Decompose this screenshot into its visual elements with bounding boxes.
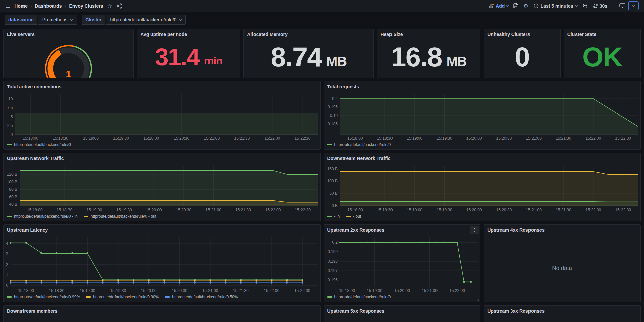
- svg-text:7.5: 7.5: [7, 105, 13, 110]
- panel-title[interactable]: Unhealthy Clusters: [484, 29, 560, 39]
- timeseries-chart[interactable]: 15:18:0015:18:3015:19:0015:19:3015:20:00…: [324, 163, 641, 214]
- stat-unit: min: [204, 55, 222, 66]
- svg-text:15:22:00: 15:22:00: [585, 136, 601, 141]
- timeseries-chart[interactable]: 15:18:0015:18:3015:19:0015:19:3015:20:00…: [4, 235, 320, 294]
- legend-item[interactable]: httproute/default/backend/rule/0 90%: [86, 295, 159, 300]
- legend-item[interactable]: httproute/default/backend/rule/0 99%: [7, 295, 80, 300]
- panel-title[interactable]: Cluster State: [564, 29, 640, 39]
- svg-text:0.196: 0.196: [327, 278, 337, 282]
- cluster-variable: Cluster httproute/default/backend/rule/0: [82, 15, 186, 25]
- panel-upstream-3xx-responses: Upstream 3xx Responses: [484, 305, 641, 322]
- panel-title[interactable]: Allocated Memory: [244, 29, 373, 39]
- panel-title[interactable]: Upstream Network Traffic: [4, 153, 320, 163]
- chart-legend: httproute/default/backend/rule/0: [324, 294, 480, 302]
- legend-series-label: httproute/default/backend/rule/0: [334, 295, 391, 300]
- chart-legend: - in- out: [324, 214, 641, 221]
- datasource-label[interactable]: datasource: [5, 15, 37, 25]
- svg-text:15:19:30: 15:19:30: [110, 288, 126, 293]
- panel-title[interactable]: Heap Size: [377, 29, 480, 39]
- collapse-timepicker-button[interactable]: [628, 1, 639, 10]
- panel-title[interactable]: Downstream Network Traffic: [324, 153, 641, 163]
- top-nav-bar: ☰ Home › Dashboards › Envoy Clusters ☆ A…: [0, 0, 644, 12]
- timeseries-chart[interactable]: 15:18:0015:19:0015:20:0015:21:0015:22:00…: [324, 235, 480, 294]
- legend-item[interactable]: httproute/default/backend/rule/0: [7, 142, 71, 147]
- legend-item[interactable]: httproute/default/backend/rule/0: [327, 295, 391, 300]
- legend-series-label: httproute/default/backend/rule/0: [334, 142, 391, 147]
- svg-text:15:22:00: 15:22:00: [265, 208, 281, 212]
- datasource-select[interactable]: Prometheus: [38, 15, 77, 25]
- svg-text:0.2: 0.2: [332, 240, 338, 245]
- breadcrumb-current[interactable]: Envoy Clusters: [69, 3, 103, 9]
- refresh-button[interactable]: 30s: [593, 3, 611, 9]
- panel-title[interactable]: Upstream 4xx Responses: [484, 225, 640, 235]
- svg-text:0.185: 0.185: [327, 122, 337, 126]
- svg-text:40 B: 40 B: [9, 202, 17, 207]
- svg-text:15:18:30: 15:18:30: [377, 208, 393, 212]
- breadcrumb-dashboards[interactable]: Dashboards: [35, 3, 62, 9]
- panel-upstream-latency: Upstream Latency 15:18:0015:18:3015:19:0…: [3, 224, 321, 302]
- gauge-value: 1: [66, 69, 71, 78]
- legend-item[interactable]: httproute/default/backend/rule/0: [327, 142, 391, 147]
- cluster-select[interactable]: httproute/default/backend/rule/0: [106, 15, 186, 25]
- panel-title[interactable]: Downstream members: [4, 306, 320, 316]
- panel-title[interactable]: Upstream 3xx Responses: [484, 306, 640, 316]
- legend-item[interactable]: httproute/default/backend/rule/0 50%: [165, 295, 238, 300]
- chart-legend: httproute/default/backend/rule/0 99%http…: [4, 294, 320, 302]
- zoom-out-time-icon[interactable]: [583, 3, 588, 9]
- panel-title[interactable]: Upstream 5xx Responses: [324, 306, 480, 316]
- dashboard-settings-gear-icon[interactable]: ⚙: [523, 3, 528, 9]
- timeseries-chart[interactable]: 15:18:0015:18:3015:19:0015:19:3015:20:00…: [4, 91, 320, 142]
- kiosk-mode-icon[interactable]: [617, 2, 627, 10]
- svg-text:15:21:00: 15:21:00: [205, 208, 221, 212]
- legend-series-color: [7, 144, 12, 145]
- svg-text:15:20:30: 15:20:30: [496, 136, 512, 141]
- svg-text:15:18:00: 15:18:00: [22, 136, 38, 141]
- cluster-label[interactable]: Cluster: [82, 15, 105, 25]
- panel-title[interactable]: Total requests: [324, 81, 641, 91]
- timeseries-chart[interactable]: 15:18:0015:18:3015:19:0015:19:3015:20:00…: [4, 163, 320, 214]
- panel-title[interactable]: Upstream Latency: [4, 225, 320, 235]
- save-dashboard-icon[interactable]: [513, 3, 518, 8]
- svg-text:15:18:00: 15:18:00: [27, 208, 43, 212]
- stat-unit: MB: [326, 55, 347, 68]
- breadcrumb-home[interactable]: Home: [14, 3, 28, 9]
- svg-text:60 B: 60 B: [9, 195, 17, 199]
- dashboard-grid: Live servers 1 Avg uptime per node 31.4 …: [0, 27, 644, 322]
- svg-text:15:20:00: 15:20:00: [146, 208, 162, 212]
- svg-text:15:18:00: 15:18:00: [347, 208, 363, 212]
- svg-text:15:20:30: 15:20:30: [174, 136, 189, 141]
- time-range-picker[interactable]: Last 5 minutes: [534, 3, 578, 9]
- panel-title[interactable]: Upstream 2xx Responses: [324, 225, 480, 235]
- svg-text:15:21:00: 15:21:00: [202, 288, 218, 293]
- panel-menu-kebab-icon[interactable]: ⋮: [470, 226, 479, 234]
- stat-unit: MB: [447, 55, 467, 68]
- panel-title[interactable]: Avg uptime per node: [137, 29, 240, 39]
- svg-text:15:22:00: 15:22:00: [264, 288, 280, 293]
- panel-resize-handle[interactable]: [477, 298, 479, 301]
- timeseries-chart[interactable]: 15:18:0015:18:3015:19:0015:19:3015:20:00…: [324, 91, 641, 142]
- svg-text:4: 4: [6, 241, 8, 246]
- favorite-star-icon[interactable]: ☆: [107, 3, 112, 9]
- legend-item[interactable]: httproute/default/backend/rule/0 - in: [7, 214, 78, 219]
- svg-text:1: 1: [6, 273, 8, 277]
- legend-item[interactable]: - in: [327, 214, 340, 219]
- clock-icon: [534, 3, 539, 8]
- menu-icon[interactable]: ☰: [5, 3, 10, 9]
- timeseries-chart[interactable]: 2: [4, 316, 320, 322]
- svg-text:0.197: 0.197: [327, 268, 337, 273]
- panel-cluster-state: Cluster State OK: [564, 29, 641, 78]
- share-icon[interactable]: [117, 3, 122, 9]
- legend-item[interactable]: - out: [346, 214, 361, 219]
- panel-unhealthy-clusters: Unhealthy Clusters 0: [484, 29, 560, 78]
- svg-text:15:21:00: 15:21:00: [526, 208, 542, 212]
- panel-title[interactable]: Live servers: [4, 29, 133, 39]
- panel-title[interactable]: Total active connections: [4, 81, 320, 91]
- nav-actions: Add ⚙ Last 5 minutes: [489, 1, 639, 10]
- legend-series-label: httproute/default/backend/rule/0 50%: [172, 295, 238, 300]
- svg-text:2: 2: [6, 262, 8, 267]
- legend-item[interactable]: httproute/default/backend/rule/0 - out: [84, 214, 156, 219]
- add-panel-button[interactable]: Add: [489, 3, 508, 9]
- svg-text:0: 0: [6, 283, 8, 288]
- svg-text:15:22:30: 15:22:30: [615, 136, 631, 141]
- legend-series-label: httproute/default/backend/rule/0: [14, 142, 71, 147]
